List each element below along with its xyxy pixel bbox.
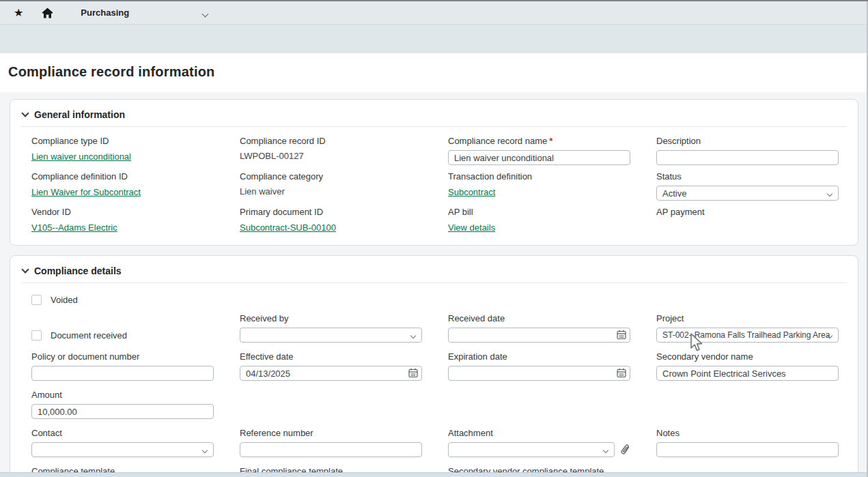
compliance-category-value: Lien waiver <box>240 186 422 198</box>
document-received-checkbox[interactable]: Document received <box>31 330 127 341</box>
description-input[interactable] <box>656 150 839 165</box>
field-label: Compliance type ID <box>31 136 214 147</box>
compliance-definition-id-link[interactable]: Lien Waiver for Subcontract <box>31 186 141 199</box>
field-received-by: Received by <box>240 313 422 343</box>
calendar-icon[interactable] <box>408 368 418 381</box>
collapse-chevron-down-icon[interactable] <box>21 265 29 273</box>
field-label: Description <box>656 136 839 147</box>
general-information-header[interactable]: General information <box>21 108 847 127</box>
field-reference-number: Reference number <box>240 428 422 457</box>
field-primary-document-id: Primary document ID Subcontract-SUB-0010… <box>240 207 422 234</box>
field-label: Notes <box>656 428 839 439</box>
primary-document-id-link[interactable]: Subcontract-SUB-00100 <box>240 222 336 234</box>
compliance-details-header[interactable]: Compliance details <box>21 264 847 283</box>
project-select[interactable]: ST-002--Ramona Falls Trailhead Parking A… <box>656 328 839 343</box>
compliance-record-name-input[interactable] <box>448 150 630 165</box>
top-nav-bar: ★ Purchasing <box>0 1 868 24</box>
field-effective-date: Effective date <box>240 351 422 381</box>
field-compliance-definition-id: Compliance definition ID Lien Waiver for… <box>31 171 214 201</box>
checkbox-label: Voided <box>51 295 78 305</box>
project-selected-value: ST-002--Ramona Falls Trailhead Parking A… <box>662 330 830 340</box>
field-ap-payment: AP payment <box>656 207 839 234</box>
field-vendor-id: Vendor ID V105--Adams Electric <box>31 207 214 234</box>
transaction-definition-link[interactable]: Subcontract <box>448 186 495 199</box>
app-menu-chevron-down-icon[interactable] <box>203 7 208 19</box>
general-information-card: General information Compliance type ID L… <box>10 99 858 246</box>
field-policy-or-document-number: Policy or document number <box>31 351 214 381</box>
paperclip-icon[interactable] <box>621 444 630 455</box>
field-status: Status Active <box>656 171 839 201</box>
favorites-star-icon[interactable]: ★ <box>14 8 23 18</box>
secondary-toolbar <box>0 24 868 53</box>
field-contact: Contact <box>31 428 214 457</box>
field-label: Compliance category <box>240 171 422 182</box>
ap-payment-value <box>656 221 839 233</box>
field-notes: Notes <box>656 428 839 457</box>
chevron-down-icon <box>827 191 832 197</box>
voided-checkbox[interactable]: Voided <box>31 295 214 305</box>
field-label: Received date <box>448 313 630 324</box>
field-label: AP bill <box>448 207 630 218</box>
app-menu-purchasing[interactable]: Purchasing <box>81 8 129 18</box>
attachment-select[interactable] <box>448 442 615 457</box>
expiration-date-input[interactable] <box>448 366 630 381</box>
ap-bill-view-details-link[interactable]: View details <box>448 222 495 234</box>
status-select[interactable]: Active <box>656 186 839 201</box>
field-label: Policy or document number <box>31 351 214 362</box>
checkbox-label: Document received <box>51 330 127 341</box>
field-label: Secondary vendor name <box>656 351 839 362</box>
field-transaction-definition: Transaction definition Subcontract <box>448 171 630 201</box>
collapse-chevron-down-icon[interactable] <box>21 109 29 117</box>
policy-or-document-number-input[interactable] <box>31 366 214 381</box>
amount-input[interactable] <box>31 404 214 419</box>
field-description: Description <box>656 136 839 165</box>
compliance-record-id-value: LWPOBL-00127 <box>240 150 422 162</box>
title-band: Compliance record information <box>0 53 868 92</box>
field-label: Compliance record name* <box>448 136 630 147</box>
field-label: Compliance record ID <box>240 136 422 147</box>
field-label: Transaction definition <box>448 171 630 182</box>
field-project: Project ST-002--Ramona Falls Trailhead P… <box>656 313 839 343</box>
section-title: General information <box>34 109 125 120</box>
received-by-select[interactable] <box>240 328 422 343</box>
reference-number-input[interactable] <box>240 442 422 457</box>
window-bottom-strip <box>0 472 868 477</box>
field-compliance-record-name: Compliance record name* <box>448 136 630 165</box>
field-attachment: Attachment <box>448 428 630 457</box>
calendar-icon[interactable] <box>617 368 626 381</box>
field-label: Vendor ID <box>31 207 214 218</box>
field-label: Attachment <box>448 428 630 439</box>
field-label: Reference number <box>240 428 422 439</box>
effective-date-input[interactable] <box>240 366 422 381</box>
vendor-id-link[interactable]: V105--Adams Electric <box>31 222 117 234</box>
field-expiration-date: Expiration date <box>448 351 630 381</box>
compliance-details-card: Compliance details Voided Document recei… <box>10 255 858 477</box>
field-label: AP payment <box>656 207 839 218</box>
chevron-down-icon <box>202 448 208 453</box>
compliance-type-id-link[interactable]: Lien waiver unconditional <box>31 151 131 163</box>
secondary-vendor-name-input[interactable] <box>656 366 839 381</box>
calendar-icon[interactable] <box>617 330 626 343</box>
field-amount: Amount <box>31 390 214 419</box>
checkbox-box[interactable] <box>31 330 42 341</box>
required-asterisk: * <box>549 136 552 146</box>
status-selected-value: Active <box>662 188 686 199</box>
received-date-input[interactable] <box>448 328 630 343</box>
field-label: Received by <box>240 313 422 324</box>
field-ap-bill: AP bill View details <box>448 207 630 234</box>
checkbox-box[interactable] <box>31 295 42 305</box>
field-label: Contact <box>31 428 214 439</box>
contact-select[interactable] <box>31 442 214 457</box>
field-label: Primary document ID <box>240 207 422 218</box>
notes-input[interactable] <box>656 442 839 457</box>
page-title: Compliance record information <box>8 64 860 80</box>
field-label: Project <box>656 313 839 324</box>
home-icon[interactable] <box>42 8 53 18</box>
chevron-down-icon <box>603 448 608 453</box>
section-title: Compliance details <box>34 265 122 276</box>
field-label: Compliance definition ID <box>31 171 214 182</box>
field-compliance-record-id: Compliance record ID LWPOBL-00127 <box>240 136 422 165</box>
field-secondary-vendor-name: Secondary vendor name <box>656 351 839 381</box>
field-received-date: Received date <box>448 313 630 343</box>
field-label: Effective date <box>240 351 422 362</box>
